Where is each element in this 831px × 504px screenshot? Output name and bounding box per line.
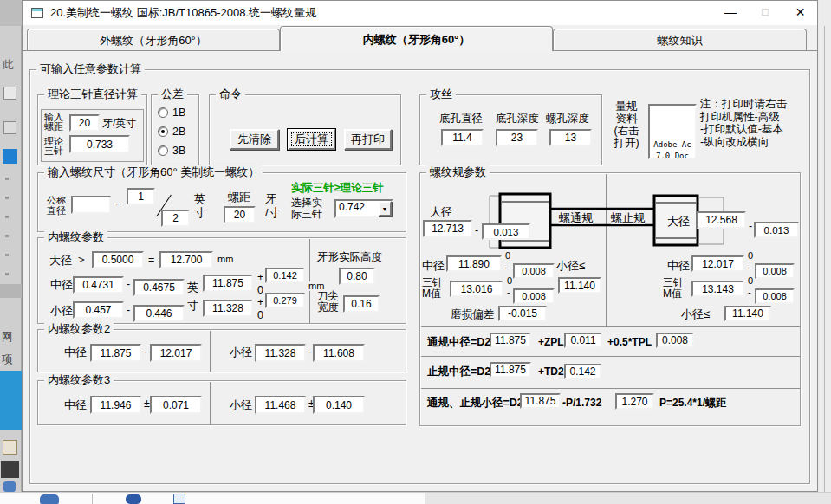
minor-dia-a-input[interactable] [73, 301, 124, 319]
group-thread-size-title: 输入螺纹尺寸（牙形角60° 美制统一螺纹） [44, 165, 263, 178]
pitch-input[interactable] [224, 206, 256, 223]
td2-input[interactable] [564, 364, 601, 379]
minor-dia3-b-input[interactable] [313, 396, 365, 414]
tap-drill-dia-input[interactable] [441, 129, 484, 146]
gauge-row-separator3 [421, 388, 800, 389]
nogo-pitch-label: 中径 [667, 260, 690, 272]
go-pitch-tol-input[interactable] [513, 263, 555, 279]
p-value-input[interactable] [615, 393, 654, 410]
go-pitch-input[interactable] [446, 255, 502, 272]
background-dark-icon[interactable] [1, 461, 19, 478]
pitch-dia-mm-input[interactable] [203, 275, 253, 292]
radio-1b[interactable] [158, 107, 168, 118]
pitch-dia-label: 中径 [50, 279, 73, 291]
nogo-minor-input[interactable] [724, 306, 771, 321]
background-app-strip[interactable]: 此 网 项 [0, 0, 22, 494]
thread-height-input[interactable] [339, 268, 375, 285]
tab-internal-thread[interactable]: 内螺纹（牙形角60°） [280, 26, 553, 51]
background-text-fragment: 项 [2, 353, 13, 365]
pitch-dia-a-input[interactable] [73, 276, 124, 294]
nogo-pin-input[interactable] [691, 281, 744, 297]
pitch-dia3-a-input[interactable] [90, 396, 141, 414]
go-minor-input[interactable] [558, 277, 601, 294]
nogo-pitch-input[interactable] [691, 255, 744, 272]
nogo-pitch-tol-input[interactable] [755, 263, 795, 279]
pitch-dia-tol-input[interactable] [265, 268, 305, 283]
major-dia-mm-input[interactable] [159, 251, 213, 268]
tpi-input[interactable] [69, 114, 100, 132]
minimize-button[interactable]: — [714, 1, 747, 25]
tpl-input[interactable] [656, 333, 694, 348]
taskbar-app-icon[interactable] [126, 494, 141, 504]
nominal-dia-input[interactable] [71, 196, 111, 214]
actual-pin-dropdown[interactable]: 0.742 ▼ [334, 199, 393, 218]
go-major-input[interactable] [423, 220, 472, 237]
minor-formula-d2-input[interactable] [520, 393, 561, 409]
pitch-dia3-b-input[interactable] [150, 396, 202, 414]
pitch-dia-b-input[interactable] [133, 279, 185, 296]
tap-thread-depth-input[interactable] [549, 129, 592, 146]
minor-dia-mm-input[interactable] [203, 300, 253, 317]
gauge-row-separator2 [421, 356, 800, 357]
fraction-denominator-input[interactable] [161, 210, 190, 227]
go-major-tol-input[interactable] [482, 223, 530, 240]
pitch-dia2-b-input[interactable] [150, 344, 202, 362]
tpi-unit-label: 牙/英寸 [102, 117, 136, 129]
maximize-button[interactable]: □ [749, 1, 782, 25]
nogo-major-input[interactable] [697, 211, 746, 229]
group-commands-title: 命令 [216, 87, 245, 100]
zero-symbol: 0 [748, 276, 753, 286]
pitch-dia-label: 中径 [64, 346, 87, 359]
background-toolbar-icon[interactable] [3, 121, 16, 134]
minor-dia-b-input[interactable] [133, 305, 185, 322]
minor-dia2-a-input[interactable] [255, 344, 306, 362]
radio-2b-label: 2B [172, 126, 185, 138]
background-blue-panel[interactable] [0, 371, 22, 430]
go-gauge-label: 螺通规 [559, 212, 593, 224]
nogo-pin-tol-input[interactable] [755, 288, 795, 304]
background-scrollbar-line [824, 26, 825, 494]
tab-external-thread[interactable]: 外螺纹（牙形角60°） [27, 29, 280, 51]
p-over-label: -P/1.732 [562, 397, 601, 409]
print-button[interactable]: 再打印 [344, 129, 392, 150]
wear-limit-input[interactable] [498, 306, 547, 321]
background-selected-row[interactable] [0, 284, 22, 298]
pitch-dia2-a-input[interactable] [90, 344, 141, 362]
nogo-major-tol-input[interactable] [754, 222, 799, 238]
background-blue-dot-icon[interactable] [3, 481, 16, 492]
fraction-numerator-input[interactable] [127, 188, 155, 205]
title-bar[interactable]: 20.美制统一螺纹 国标:JB/T10865-2008.统一螺纹量规 — □ ✕ [23, 1, 817, 25]
taskbar-app-icon[interactable] [40, 494, 59, 504]
tab-thread-knowledge[interactable]: 螺纹知识 [553, 29, 807, 51]
taskbar-app-icon[interactable] [173, 494, 185, 504]
clear-button[interactable]: 先清除 [230, 129, 279, 150]
tool-tip-width-input[interactable] [343, 295, 380, 313]
minor-dia3-a-input[interactable] [255, 396, 306, 414]
dropdown-button[interactable]: ▼ [378, 201, 392, 216]
major-dia-label: 大径 [49, 255, 72, 267]
greater-than-symbol: ＞ [75, 253, 88, 265]
major-dia-inch-input[interactable] [92, 251, 144, 268]
background-toolbar-icon[interactable] [3, 87, 16, 100]
calculate-button[interactable]: 后计算 [288, 129, 335, 150]
app-window: 20.美制统一螺纹 国标:JB/T10865-2008.统一螺纹量规 — □ ✕… [22, 0, 818, 492]
background-pencil-icon[interactable] [3, 440, 17, 455]
tool-tip-width-label: 刀尖 宽度 [317, 291, 339, 313]
theory-pin-input[interactable] [69, 135, 130, 153]
radio-3b[interactable] [158, 145, 168, 156]
nogo-pitch-formula-d2-input[interactable] [490, 362, 531, 378]
go-pitch-formula-d2-input[interactable] [490, 333, 531, 348]
gauge-doc-object[interactable]: Adobe Ac 7.0 Doc [648, 104, 697, 159]
zpl-input[interactable] [564, 333, 602, 348]
radio-2b[interactable] [158, 126, 168, 137]
close-button[interactable]: ✕ [783, 1, 817, 25]
go-pin-input[interactable] [450, 281, 503, 297]
go-pin-tol-input[interactable] [513, 288, 555, 304]
minor-dia-tol-input[interactable] [265, 293, 305, 308]
taskbar[interactable] [0, 492, 831, 504]
p-definition-label: P=25.4*1/螺距 [659, 397, 726, 409]
background-blue-icon[interactable] [3, 149, 17, 164]
tap-drill-depth-input[interactable] [496, 129, 538, 146]
minor-dia2-b-input[interactable] [313, 344, 365, 362]
taskbar-divider [92, 494, 93, 504]
